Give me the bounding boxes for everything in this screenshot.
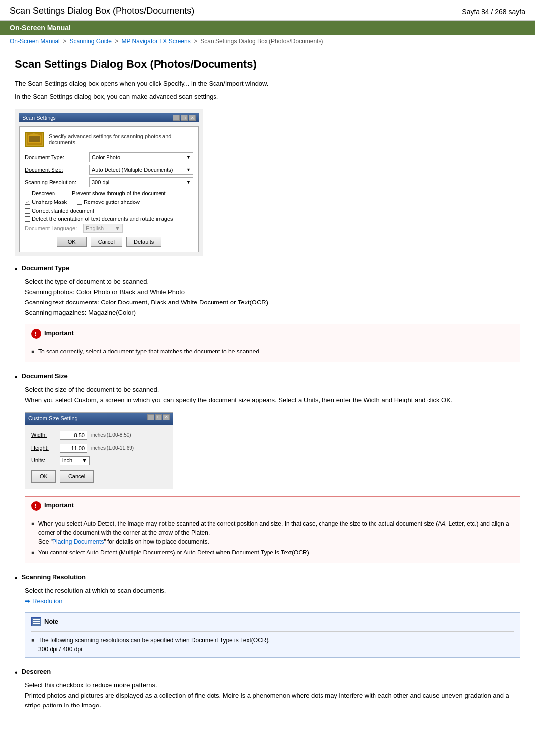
section-scanning-resolution: • Scanning Resolution Select the resolut… [15,573,520,658]
manual-banner: On-Screen Manual [0,21,535,35]
intro-line2: In the Scan Settings dialog box, you can… [15,92,520,101]
scan-icon [25,132,44,147]
scan-res-line1: Select the resolution at which to scan d… [25,586,520,596]
custom-height-input[interactable] [60,444,87,453]
dialog-title: Scan Settings [22,115,56,121]
breadcrumb-current: Scan Settings Dialog Box (Photos/Documen… [200,38,323,45]
dialog-icon-row: Specify advanced settings for scanning p… [25,132,193,147]
section-bullet-descreen: • Descreen [15,668,520,677]
custom-units-select[interactable]: inch ▼ [60,456,90,465]
placing-documents-link[interactable]: Placing Documents [53,538,104,545]
important-item-doctype-1: ■ To scan correctly, select a document t… [31,347,514,356]
section-body-descreen: Select this checkbox to reduce moire pat… [25,680,520,711]
document-size-label: Document Size: [25,167,89,173]
checkboxes-row2: ✓ Unsharp Mask Remove gutter shadow [25,199,193,205]
document-type-label: Document Type: [25,154,89,160]
important-label-doctype: Important [44,328,74,339]
header-title: Scan Settings Dialog Box (Photos/Documen… [10,6,194,16]
doc-type-line4: Scanning magazines: Magazine(Color) [25,308,520,318]
prevent-showthrough-checkbox-item[interactable]: Prevent show-through of the document [65,190,166,196]
important-label-docsize: Important [44,501,74,511]
document-size-select[interactable]: Auto Detect (Multiple Documents) ▼ [89,165,193,175]
custom-maximize: □ [155,414,162,420]
descreen-label: Descreen [32,190,55,196]
note-icon-resolution [31,617,41,626]
scanning-resolution-select[interactable]: 300 dpi ▼ [89,177,193,187]
note-label-resolution: Note [44,617,58,627]
descreen-checkbox-item[interactable]: Descreen [25,190,55,196]
correct-slanted-label: Correct slanted document [32,208,94,214]
dialog-description: Specify advanced settings for scanning p… [49,133,193,145]
unsharp-mask-checkbox-item[interactable]: ✓ Unsharp Mask [25,199,67,205]
custom-dialog-body: Width: inches (1.00-8.50) Height: inches… [25,425,173,489]
dialog-defaults-button[interactable]: Defaults [126,237,161,247]
unsharp-mask-checkbox[interactable]: ✓ [25,200,30,205]
document-type-row: Document Type: Color Photo ▼ [25,152,193,162]
section-title-document-size: Document Size [22,372,68,382]
custom-cancel-button[interactable]: Cancel [60,470,94,483]
svg-rect-9 [33,623,40,624]
dialog-cancel-button[interactable]: Cancel [91,237,122,247]
important-icon-doctype: ! [31,329,41,339]
section-body-scanning-resolution: Select the resolution at which to scan d… [25,586,520,657]
section-bullet-document-size: • Document Size [15,372,520,382]
breadcrumb-link-2[interactable]: Scanning Guide [69,38,111,45]
doc-type-line2: Scanning photos: Color Photo or Black an… [25,287,520,298]
custom-dialog-buttons: OK Cancel [31,470,167,483]
note-header-resolution: Note [31,617,514,627]
custom-width-row: Width: inches (1.00-8.50) [31,431,167,440]
document-type-select[interactable]: Color Photo ▼ [89,152,193,162]
section-title-document-type: Document Type [22,264,70,274]
descreen-checkbox[interactable] [25,191,30,196]
note-box-resolution: Note ■ The following scanning resolution… [25,612,520,658]
custom-width-hint: inches (1.00-8.50) [91,431,131,439]
note-item-resolution-1: ■ The following scanning resolutions can… [31,636,514,654]
section-title-scanning-resolution: Scanning Resolution [22,573,86,583]
important-icon-docsize: ! [31,501,41,511]
scanning-resolution-label: Scanning Resolution: [25,179,89,185]
section-document-size: • Document Size Select the size of the d… [15,372,520,563]
remove-gutter-checkbox[interactable] [77,200,82,205]
section-bullet-document-type: • Document Type [15,264,520,274]
page-title: Scan Settings Dialog Box (Photos/Documen… [15,58,520,71]
breadcrumb-link-1[interactable]: On-Screen Manual [10,38,60,45]
intro-line1: The Scan Settings dialog box opens when … [15,79,520,89]
custom-units-row: Units: inch ▼ [31,456,167,465]
document-size-row: Document Size: Auto Detect (Multiple Doc… [25,165,193,175]
resolution-link[interactable]: ➡ Resolution [25,596,520,606]
dialog-body: Specify advanced settings for scanning p… [19,126,199,252]
dialog-close: ✕ [189,115,196,121]
custom-height-label: Height: [31,444,56,453]
lang-select[interactable]: English ▼ [83,224,123,233]
dialog-maximize: □ [181,115,188,121]
custom-units-label: Units: [31,456,56,465]
manual-banner-label: On-Screen Manual [10,24,71,32]
section-body-document-size: Select the size of the document to be sc… [25,385,520,563]
correct-slanted-checkbox[interactable] [25,208,30,214]
dialog-ok-button[interactable]: OK [57,237,87,247]
section-bullet-scanning-resolution: • Scanning Resolution [15,573,520,583]
doc-size-line1: Select the size of the document to be sc… [25,385,520,395]
prevent-showthrough-label: Prevent show-through of the document [72,190,166,196]
remove-gutter-checkbox-item[interactable]: Remove gutter shadow [77,199,140,205]
breadcrumb-link-3[interactable]: MP Navigator EX Screens [122,38,191,45]
important-header-doctype: ! Important [31,328,514,339]
detect-orientation-checkbox[interactable] [25,216,30,222]
correct-slanted-checkbox-item[interactable]: Correct slanted document [25,208,193,214]
doc-type-line1: Select the type of document to be scanne… [25,277,520,287]
important-box-docsize: ! Important ■ When you select Auto Detec… [25,496,520,563]
detect-orientation-checkbox-item[interactable]: Detect the orientation of text documents… [25,216,193,222]
custom-dialog-controls: ─ □ ✕ [147,414,170,423]
doc-type-line3: Scanning text documents: Color Document,… [25,298,520,308]
checkboxes-row1: Descreen Prevent show-through of the doc… [25,190,193,196]
breadcrumb: On-Screen Manual > Scanning Guide > MP N… [0,35,535,48]
prevent-showthrough-checkbox[interactable] [65,191,70,196]
remove-gutter-label: Remove gutter shadow [84,199,140,205]
custom-width-input[interactable] [60,431,87,440]
descreen-line2: Printed photos and pictures are displaye… [25,691,520,711]
custom-minimize: ─ [147,414,154,420]
custom-ok-button[interactable]: OK [31,470,56,483]
descreen-line1: Select this checkbox to reduce moire pat… [25,680,520,691]
svg-rect-2 [29,136,40,142]
svg-text:!: ! [35,331,36,337]
